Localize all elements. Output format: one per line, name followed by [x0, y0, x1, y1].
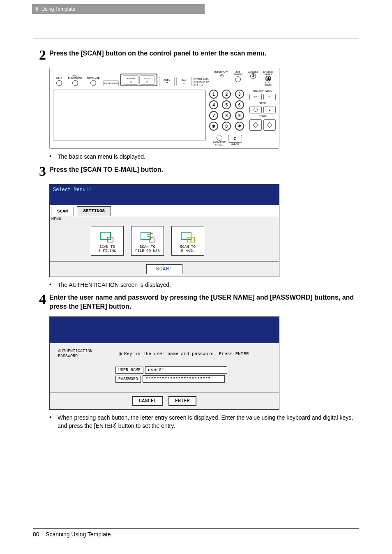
- authentication-figure: AUTHENTICATIONPASSWORD Key in the user n…: [49, 316, 279, 410]
- keypad: 1 2 3 4 5 6 7 8 9 ✱ 0 ＃: [209, 90, 246, 146]
- step-4-title: Enter the user name and password by pres…: [49, 293, 359, 311]
- step-4-bullet: • When pressing each button, the letter …: [49, 414, 359, 430]
- clear-c-button[interactable]: C: [228, 135, 242, 143]
- auth-left-label: AUTHENTICATIONPASSWORD: [58, 349, 115, 359]
- scan-to-efiling-button[interactable]: SCAN TOE-FILING: [91, 226, 124, 256]
- step-2-title: Press the [SCAN] button on the control p…: [49, 49, 359, 58]
- key-0[interactable]: 0: [222, 122, 231, 131]
- stop-icon: [254, 108, 258, 112]
- start-aux-button[interactable]: [263, 119, 276, 131]
- step-2-number: 2: [33, 48, 49, 62]
- template-label: TEMPLATE: [85, 77, 101, 79]
- tab-scan[interactable]: SCAN: [51, 207, 74, 216]
- job-status-button[interactable]: [235, 76, 241, 82]
- footer-section: Scanning Using Template: [46, 531, 111, 538]
- scan-to-file-button[interactable]: SCAN TOFILE OR USB: [131, 226, 164, 256]
- step-4-number: 4: [33, 292, 49, 306]
- username-button[interactable]: USER NAME: [115, 367, 143, 374]
- key-star[interactable]: ✱: [209, 122, 218, 131]
- cancel-button[interactable]: CANCEL: [132, 396, 163, 406]
- step-4: 4 Enter the user name and password by pr…: [33, 293, 359, 311]
- fc-pen-button[interactable]: ✎: [263, 94, 276, 100]
- fc-button[interactable]: FC: [249, 94, 262, 100]
- monitor-button[interactable]: [217, 135, 222, 141]
- page-footer: 80 Scanning Using Template: [33, 528, 359, 538]
- stop-aux-button[interactable]: ●: [263, 106, 276, 113]
- top-divider: [33, 39, 359, 39]
- job-status-label: JOB STATUS: [231, 71, 245, 76]
- email-icon: @: [180, 231, 196, 244]
- help-label: HELP: [53, 77, 65, 79]
- page-number: 80: [33, 531, 39, 538]
- template-button[interactable]: [90, 80, 96, 86]
- select-menu-bar: Select Menu!!: [50, 185, 279, 205]
- scan-action-button[interactable]: SCAN!: [146, 264, 182, 274]
- chapter-header: 5 Using Template: [32, 4, 205, 14]
- fax-button[interactable]: FAX ☏: [176, 77, 192, 86]
- step-3-bullet: • The AUTHENTICATION screen is displayed…: [49, 281, 359, 289]
- efiling-icon: ✉: [124, 81, 137, 83]
- function-clear-label: FUNCTION CLEAR: [249, 90, 276, 92]
- key-1[interactable]: 1: [209, 90, 218, 99]
- efiling-button[interactable]: e-FILIN ✉: [123, 75, 138, 85]
- fax-icon: ☏: [178, 82, 191, 85]
- side-buttons: FUNCTION CLEAR FC ✎ STOP ● START: [249, 90, 276, 146]
- step-3: 3 Press the [SCAN TO E-MAIL] button.: [33, 165, 359, 178]
- step-3-number: 3: [33, 164, 49, 178]
- key-5[interactable]: 5: [222, 100, 231, 109]
- efiling-icon: [99, 231, 115, 244]
- arrow-icon: [120, 352, 122, 356]
- scan-to-email-button[interactable]: @ SCAN TOE-MAIL: [171, 226, 204, 256]
- access-icon[interactable]: ⦿: [250, 73, 256, 79]
- enter-button[interactable]: ENTER: [168, 396, 196, 406]
- step-2: 2 Press the [SCAN] button on the control…: [33, 49, 359, 62]
- extension-button[interactable]: EXTENSION: [103, 80, 119, 86]
- scan-button[interactable]: SCAN ⇱: [139, 75, 155, 85]
- indicator-labels: ▯ PRINT DATA ▯ MEMORY RX ▯↘1 ▯↘2: [194, 77, 212, 86]
- password-field[interactable]: ************************: [143, 375, 225, 383]
- svg-text:@: @: [190, 238, 192, 242]
- username-field[interactable]: user01: [145, 366, 227, 374]
- start-label: START: [249, 115, 276, 118]
- clear-label: CLEAR: [228, 143, 242, 145]
- scan-group-highlight: e-FILIN ✉ SCAN ⇱: [120, 74, 157, 86]
- chapter-title: Using Template: [42, 6, 76, 12]
- user-functions-button[interactable]: [72, 80, 78, 86]
- step-3-title: Press the [SCAN TO E-MAIL] button.: [49, 165, 359, 174]
- energy-saver-icon[interactable]: ⏻: [265, 76, 271, 81]
- user-functions-label: USER FUNCTIONS: [68, 74, 83, 79]
- scan-icon: ⇱: [141, 81, 154, 83]
- tab-row: SCAN SETTINGS: [50, 205, 279, 216]
- key-4[interactable]: 4: [209, 100, 218, 109]
- start-button[interactable]: [249, 119, 262, 131]
- touch-screen[interactable]: [53, 90, 206, 141]
- key-6[interactable]: 6: [235, 100, 244, 109]
- chapter-number: 5: [35, 6, 38, 12]
- password-button[interactable]: PASSWORD: [115, 376, 141, 383]
- auth-topbar: [50, 317, 279, 343]
- keyin-instruction: Key in the user name and password. Press…: [120, 351, 249, 356]
- svg-rect-0: [101, 232, 111, 240]
- key-9[interactable]: 9: [235, 111, 244, 120]
- stop-button[interactable]: [249, 106, 262, 113]
- tab-settings[interactable]: SETTINGS: [77, 206, 111, 216]
- key-hash[interactable]: ＃: [235, 122, 244, 131]
- copy-button[interactable]: COPY ❐: [159, 77, 175, 86]
- help-button[interactable]: [56, 80, 62, 86]
- start-aux-icon: [267, 122, 272, 128]
- scan-menu-figure: Select Menu!! SCAN SETTINGS MENU SCAN TO…: [49, 184, 279, 277]
- control-panel-figure: HELP USER FUNCTIONS TEMPLATE EXTENSION e…: [49, 68, 279, 149]
- start-icon: [253, 122, 258, 128]
- key-7[interactable]: 7: [209, 111, 218, 120]
- interrupt-icon[interactable]: ⟲: [219, 73, 224, 79]
- shutdown-label: SHUT DOWN: [261, 81, 276, 86]
- key-2[interactable]: 2: [222, 90, 231, 99]
- menu-label: MENU: [51, 217, 61, 222]
- monitor-label: MONITOR/PAUSE: [213, 141, 226, 146]
- key-3[interactable]: 3: [235, 90, 244, 99]
- copy-icon: ❐: [160, 82, 173, 85]
- step-2-bullet: • The basic scan menu is displayed.: [49, 153, 359, 161]
- key-8[interactable]: 8: [222, 111, 231, 120]
- energy-saver-label: ENERGYSAVER: [261, 71, 276, 76]
- stop-label: STOP: [249, 102, 276, 104]
